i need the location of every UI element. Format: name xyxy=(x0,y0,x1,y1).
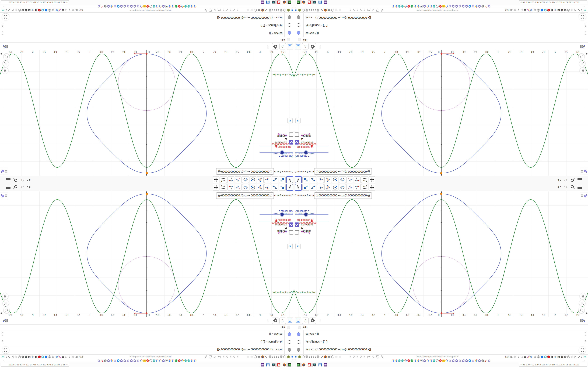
collapse-icon[interactable]: − xyxy=(298,38,301,42)
more-options-icon[interactable] xyxy=(265,317,271,324)
tool-ellipse[interactable] xyxy=(339,184,346,191)
tab-favicon-sphere[interactable] xyxy=(188,5,190,8)
tab-favicon-sphere[interactable] xyxy=(184,5,187,8)
tab-favicon-green[interactable] xyxy=(175,359,178,362)
download-icon[interactable] xyxy=(62,355,64,358)
tool-angle[interactable]: α xyxy=(235,176,242,183)
row-more-options-icon[interactable] xyxy=(585,24,586,27)
brush-icon[interactable] xyxy=(527,9,530,12)
upload-icon[interactable] xyxy=(41,355,44,358)
share-icon[interactable] xyxy=(31,9,34,12)
list-header[interactable]: − List xyxy=(294,37,588,43)
forward-icon[interactable] xyxy=(517,355,520,358)
globe-icon[interactable] xyxy=(254,355,257,359)
star-icon[interactable] xyxy=(514,355,516,358)
tab-favicon-ggb[interactable] xyxy=(449,5,451,8)
taskbar-app-firefox[interactable] xyxy=(302,363,306,367)
tool-point[interactable]: A xyxy=(279,176,285,183)
menu-icon[interactable] xyxy=(578,186,582,189)
tab-favicon-ggb[interactable] xyxy=(478,5,481,8)
tracing-checkbox[interactable] xyxy=(295,230,299,234)
globe-icon[interactable] xyxy=(316,355,320,359)
tab-favicon-google[interactable] xyxy=(414,359,416,362)
zoom-level[interactable]: 81% xyxy=(505,9,510,12)
undo-icon[interactable]: ↶ xyxy=(27,185,31,190)
tool-line[interactable] xyxy=(310,176,316,183)
tab-favicon-ggb[interactable] xyxy=(458,5,461,8)
tool-move-graphics-view[interactable] xyxy=(369,176,375,183)
zoom-out-button[interactable] xyxy=(579,307,585,313)
folder-icon[interactable] xyxy=(367,355,371,359)
tab-favicon-google[interactable] xyxy=(169,359,171,362)
taskbar-app-redgear[interactable] xyxy=(277,363,281,367)
firefox-icon[interactable] xyxy=(324,355,327,359)
undo-icon[interactable]: ↶ xyxy=(27,177,31,182)
tool-move[interactable] xyxy=(295,184,302,191)
tab-favicon-ggb[interactable] xyxy=(488,359,491,362)
tab-favicon-google[interactable] xyxy=(140,5,143,8)
tool-polygon[interactable] xyxy=(257,176,264,183)
tab-favicon-ggb[interactable] xyxy=(455,5,458,8)
tab-favicon-google[interactable] xyxy=(181,359,184,362)
tool-ellipse[interactable] xyxy=(242,184,249,191)
translate-icon[interactable]: A xyxy=(55,355,58,358)
tool-polygon[interactable] xyxy=(324,184,331,191)
algebra-row-funcNames[interactable]: funcNames = {" "} xyxy=(294,21,588,29)
headset-icon[interactable] xyxy=(313,355,316,359)
globe-icon[interactable] xyxy=(305,9,309,12)
lock-icon[interactable] xyxy=(380,355,383,359)
gear-icon[interactable] xyxy=(310,317,316,324)
tool-move-graphics-view[interactable] xyxy=(213,184,219,191)
algebra-style-icon[interactable] xyxy=(2,317,9,324)
tab-favicon-google[interactable] xyxy=(426,5,429,8)
gear-o-icon[interactable] xyxy=(4,355,7,358)
fullscreen-button[interactable] xyxy=(579,13,586,20)
tab-favicon-yandex[interactable]: R xyxy=(439,5,442,8)
dbox-icon[interactable]: D xyxy=(28,9,31,12)
badge-icon[interactable] xyxy=(567,355,570,358)
brush-icon[interactable] xyxy=(527,355,530,358)
star-icon[interactable] xyxy=(72,9,74,12)
fx-button[interactable]: fx xyxy=(279,317,286,324)
share-icon[interactable] xyxy=(31,355,34,358)
shield-dark-icon[interactable] xyxy=(21,355,24,358)
tool-slider[interactable]: a = 2 xyxy=(361,184,368,191)
reload-icon[interactable] xyxy=(520,355,523,358)
tab-favicon-green[interactable] xyxy=(411,5,413,8)
zoom-in-button[interactable] xyxy=(3,61,9,67)
badge-icon[interactable] xyxy=(18,9,21,12)
zoom-level[interactable]: 81% xyxy=(78,356,83,358)
tree-view-button[interactable] xyxy=(295,317,301,324)
tab-favicon-google[interactable] xyxy=(445,5,448,8)
redo-icon[interactable]: ↷ xyxy=(20,177,24,182)
curvature-tangent-checkbox[interactable] xyxy=(289,223,293,227)
tool-move-graphics-view[interactable] xyxy=(213,176,219,183)
upload-icon[interactable] xyxy=(544,355,547,358)
home-button[interactable] xyxy=(2,68,8,74)
algebra-row-funcNames[interactable]: funcNames = {" "} xyxy=(0,21,294,29)
tab-favicon-ggb[interactable] xyxy=(107,5,110,8)
tab-favicon-yandex[interactable]: R xyxy=(147,359,149,362)
globe-icon[interactable] xyxy=(268,355,272,359)
play-pause-button[interactable] xyxy=(295,118,301,123)
tab-favicon-image[interactable] xyxy=(442,359,445,362)
small-dot-icon[interactable] xyxy=(363,356,365,358)
tab-favicon-fred[interactable]: f xyxy=(101,359,104,362)
reader-icon[interactable]: A xyxy=(510,9,513,12)
ud-icon[interactable]: UD xyxy=(25,355,27,358)
tab-favicon-google[interactable] xyxy=(169,5,171,8)
tool-circle-center-point[interactable] xyxy=(250,184,256,191)
small-dot-icon[interactable] xyxy=(233,356,235,358)
tab-favicon-google[interactable] xyxy=(191,5,193,8)
zoom-out-button[interactable] xyxy=(3,54,9,60)
taskbar-app-floppy64[interactable]: 64 xyxy=(266,0,270,4)
visibility-dot[interactable] xyxy=(297,348,300,352)
tool-circle-center-point[interactable] xyxy=(332,176,338,183)
kite-icon[interactable] xyxy=(291,355,294,359)
zoom-in-button[interactable] xyxy=(579,300,585,306)
url-text[interactable]: https://www.geogebra.org/classic/aagcxh3… xyxy=(392,355,483,358)
tab-favicon-ggb[interactable] xyxy=(114,359,117,362)
small-dot-icon[interactable] xyxy=(360,356,362,358)
headset-icon[interactable] xyxy=(309,355,312,359)
fx-button[interactable]: fx xyxy=(302,43,309,50)
